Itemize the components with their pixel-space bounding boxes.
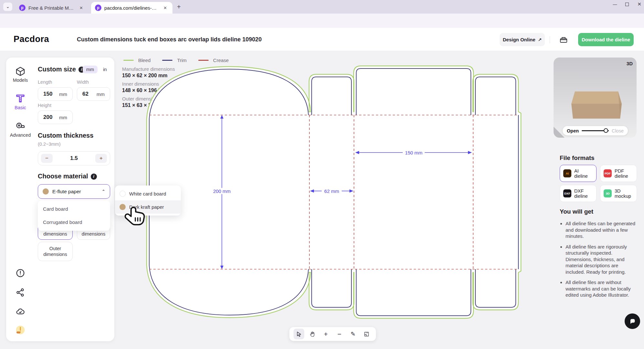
browser-tab-inactive[interactable]: p Free & Printable Mailer Box ✕	[15, 2, 88, 14]
flat-box-icon[interactable]	[559, 36, 568, 44]
report-issue-icon[interactable]	[15, 268, 26, 278]
zoom-out-button[interactable]: −	[334, 329, 345, 339]
mockup-label: 3D mockup	[615, 188, 633, 199]
custom-size-title: Custom sizei	[38, 66, 85, 73]
you-will-get-title: You will get	[560, 208, 593, 215]
dieline-drawing[interactable]	[139, 60, 530, 328]
thickness-value: 1.5	[70, 155, 78, 162]
advanced-tape-measure-icon[interactable]	[15, 121, 26, 132]
tab-search-icon[interactable]: ⌄	[3, 3, 12, 11]
pro-alert-icon[interactable]	[15, 325, 26, 335]
sidebar-item-advanced[interactable]: Advanced	[8, 132, 32, 138]
thickness-increase-button[interactable]: +	[95, 154, 107, 163]
thickness-decrease-button[interactable]: −	[41, 154, 53, 163]
models-cube-icon[interactable]	[15, 66, 26, 77]
open-close-slider[interactable]: Open Close	[563, 126, 628, 135]
benefit-item: All dieline files are rigorously structu…	[560, 244, 637, 275]
browser-tab-active[interactable]: p pacdora.com/dielines-detail/ ✕	[91, 2, 172, 14]
width-input[interactable]: 62 mm	[77, 87, 110, 101]
material-option-corrugated-board[interactable]: Corrugated board	[38, 216, 110, 229]
dieline-plan-button[interactable]	[361, 329, 372, 339]
tab-title: pacdora.com/dielines-detail/	[104, 5, 159, 11]
3d-preview-card[interactable]: 3D Open Close	[554, 58, 637, 138]
page-title: Custom dimensions tuck end boxes arc ove…	[77, 36, 262, 43]
zoom-in-button[interactable]: +	[321, 329, 331, 339]
design-online-button[interactable]: Design Online ↗	[500, 33, 545, 46]
design-online-label: Design Online	[503, 37, 535, 42]
slider-knob[interactable]	[604, 128, 608, 133]
material-select[interactable]: E-flute paper ⌃	[38, 184, 110, 199]
dxf-dieline-label: DXF dieline	[574, 188, 593, 199]
pdf-dieline-label: PDF dieline	[615, 168, 633, 179]
window-close-button[interactable]: ✕	[637, 1, 641, 7]
rotate-3d-icon[interactable]: 3D	[627, 61, 633, 66]
header-divider	[550, 36, 550, 43]
external-link-icon: ↗	[538, 37, 542, 42]
white-swatch	[119, 191, 126, 197]
chevron-up-icon: ⌃	[102, 189, 105, 194]
material-swatch	[43, 188, 49, 195]
unit-toggle: mm in	[83, 66, 110, 73]
chat-widget-button[interactable]	[625, 313, 640, 329]
box-3d-render	[569, 75, 624, 121]
material-option-white-card-board[interactable]: White card board	[115, 187, 181, 200]
pacdora-logo[interactable]: Pacdora	[14, 34, 49, 44]
info-icon[interactable]: i	[91, 174, 97, 180]
advanced-label: Advanced	[10, 132, 31, 138]
bleed-line-swatch	[123, 60, 134, 61]
length-input[interactable]: 150 mm	[38, 87, 73, 101]
models-label: Models	[13, 78, 28, 83]
cloud-check-icon[interactable]	[15, 307, 26, 317]
cursor-tool-icon	[296, 331, 302, 337]
canvas-toolbar: + − ✎	[289, 327, 376, 341]
browser-navbar: ← → ↻ pacdora.com/dielines-detail/custom…	[0, 14, 644, 28]
sidebar-item-basic[interactable]: Basic	[8, 105, 32, 110]
format-ai-dieline[interactable]: Ai AI dieline	[560, 165, 597, 182]
format-pdf-dieline[interactable]: PDF PDF dieline	[600, 165, 637, 182]
tab-close-icon[interactable]: ✕	[78, 5, 84, 11]
corner-fold	[554, 127, 565, 138]
select-tool-button[interactable]	[294, 329, 304, 339]
unit-in-button[interactable]: in	[99, 66, 110, 73]
bullet-dot	[560, 282, 562, 283]
tab-close-icon[interactable]: ✕	[162, 5, 168, 11]
outer-dimensions-button[interactable]: Outer dimensions	[38, 242, 73, 261]
pacdora-favicon: p	[95, 5, 101, 11]
height-value: 200	[43, 114, 52, 121]
unit-mm-button[interactable]: mm	[83, 66, 98, 73]
length-value: 150	[43, 91, 52, 97]
window-minimize-button[interactable]: —	[613, 2, 617, 7]
file-formats-title: File formats	[560, 154, 595, 162]
front-panel-dimension-label: 150 mm	[403, 150, 425, 156]
benefit-item: All dieline files are without watermarks…	[560, 279, 637, 298]
slider-track[interactable]	[582, 130, 609, 131]
new-tab-button[interactable]: +	[177, 3, 181, 11]
pan-tool-button[interactable]	[307, 329, 318, 339]
height-input[interactable]: 200 mm	[38, 111, 73, 124]
floor-plan-icon	[364, 331, 369, 337]
basic-label: Basic	[15, 105, 26, 110]
window-maximize-button[interactable]	[625, 3, 629, 6]
thickness-range: (0.2~3mm)	[38, 142, 61, 147]
width-unit: mm	[97, 91, 105, 97]
material-selected-label: E-flute paper	[52, 189, 98, 195]
basic-ruler-icon[interactable]	[15, 93, 26, 104]
ai-dieline-label: AI dieline	[574, 168, 593, 179]
outer-line1: Outer	[49, 246, 61, 251]
sidebar-item-models[interactable]: Models	[8, 78, 32, 83]
choose-material-title: Choose materiali	[38, 173, 97, 180]
material-option-card-board[interactable]: Card board	[38, 202, 110, 216]
browser-tab-strip: ⌄ p Free & Printable Mailer Box ✕ p pacd…	[0, 0, 644, 14]
format-dxf-dieline[interactable]: DXF DXF dieline	[560, 185, 597, 202]
annotate-pen-button[interactable]: ✎	[348, 329, 358, 339]
ai-file-icon: Ai	[563, 169, 571, 177]
hand-tool-icon	[309, 331, 315, 337]
mockup-file-icon: 3D	[604, 189, 612, 197]
bullet-dot	[560, 223, 562, 225]
benefit-text: All dieline files are rigorously structu…	[566, 244, 637, 275]
download-dieline-button[interactable]: Download the dieline	[578, 33, 634, 46]
share-icon[interactable]	[15, 288, 26, 297]
dim-button-visible-text: dimensions	[82, 231, 105, 237]
choose-material-text: Choose material	[38, 173, 88, 180]
format-3d-mockup[interactable]: 3D 3D mockup	[600, 185, 637, 202]
